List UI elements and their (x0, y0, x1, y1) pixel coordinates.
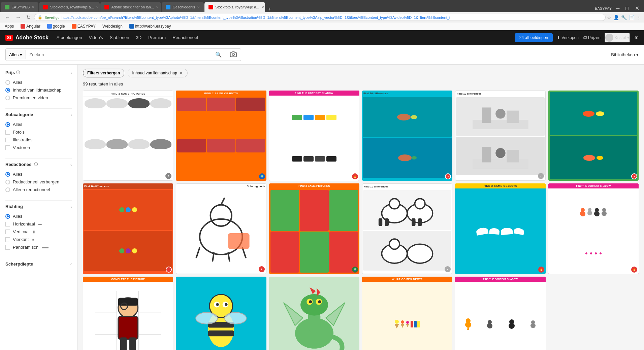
sidebar-sub-fotos[interactable]: Foto's (5, 128, 72, 136)
grid-item-13-container: COMPLETE THE PICTURE (83, 277, 173, 350)
search-input[interactable] (26, 50, 211, 59)
tab-close-history[interactable]: ✕ (197, 5, 200, 9)
sidebar-section-richting-header[interactable]: Richting ‹ (5, 204, 72, 209)
nav-afbeeldingen[interactable]: Afbeeldingen (57, 30, 82, 45)
grid-item-1-title: FIND 2 SAME PICTURES (83, 91, 173, 97)
prices-button[interactable]: 🏷 Prijzen (583, 35, 601, 40)
tab-adobe1[interactable]: Stockfoto's, royaltyvrije a... ✕ (39, 2, 100, 12)
sidebar-prijs-alles[interactable]: Alles (5, 78, 72, 86)
sidebar-section-subcategorie-header[interactable]: Subcategorie ‹ (5, 112, 72, 117)
maximize-button[interactable]: □ (623, 5, 631, 12)
forward-button[interactable]: → (13, 14, 23, 21)
grid-item-14[interactable] (176, 277, 266, 350)
grid-item-10[interactable]: Find 10 differences (362, 183, 452, 274)
grid-item-15[interactable] (269, 277, 359, 350)
back-button[interactable]: ← (3, 14, 12, 21)
tab-easyweb[interactable]: EASYWEB ✕ (1, 2, 38, 12)
bookmark-webdesign[interactable]: Webdesign (100, 23, 125, 29)
reload-button[interactable]: ↻ (24, 13, 33, 21)
visual-search-button[interactable] (226, 49, 241, 61)
bookmark-apps[interactable]: Apps (3, 23, 16, 29)
eye-icon-button[interactable]: 👁 (634, 35, 639, 40)
richting-collapse-icon[interactable]: ‹ (70, 204, 72, 209)
minimize-button[interactable]: ─ (614, 5, 621, 12)
sidebar-sub-illustraties[interactable]: Illustraties (5, 136, 72, 144)
tab-adobe-filter[interactable]: Adobe stock filter on lan... ✕ (100, 2, 161, 12)
libraries-button[interactable]: Bibliotheken ▾ (611, 52, 639, 57)
dragon-svg (276, 283, 353, 350)
svg-point-47 (225, 303, 228, 306)
grid-item-6[interactable]: ● (548, 91, 639, 181)
sidebar-prijs-lidmaatschap[interactable]: Inhoud van lidmaatschap (5, 86, 72, 94)
sidebar-section-redactioneel-header[interactable]: Redactioneel ⓘ ‹ (5, 162, 72, 167)
menu-button[interactable]: ⋮ (637, 15, 641, 20)
redactioneel-info-icon[interactable]: ⓘ (34, 162, 38, 167)
tab-close-easyweb[interactable]: ✕ (32, 5, 34, 9)
sidebar-prijs-premium[interactable]: Premium en video (5, 94, 72, 102)
grid-item-16[interactable]: WHAT COMES NEXT? (362, 277, 452, 350)
sidebar-red-alleen[interactable]: Alleen redactioneel (5, 186, 72, 194)
tab-close-adobe-filter[interactable]: ✕ (156, 5, 159, 9)
grid-item-5[interactable]: Find 10 differences (455, 91, 545, 181)
grid-item-4[interactable]: Find 10 differences (362, 91, 452, 181)
prijs-collapse-icon[interactable]: ‹ (70, 70, 72, 75)
sidebar-richt-alles[interactable]: Alles (5, 212, 72, 220)
scherpdiepte-collapse-icon[interactable]: ‹ (70, 262, 72, 267)
subcategorie-collapse-icon[interactable]: ‹ (70, 112, 72, 117)
sidebar-richt-verticaal[interactable]: Verticaal ▮ (5, 228, 72, 236)
sidebar-red-verbergen[interactable]: Redactioneel verbergen (5, 178, 72, 186)
grid-item-2[interactable]: FIND 2 SAME OBJECTS 🌍 (176, 91, 266, 181)
sidebar-section-prijs-header[interactable]: Prijs ⓘ ‹ (5, 70, 72, 75)
close-window-button[interactable]: ✕ (633, 4, 641, 12)
tab-adobe2[interactable]: Stockfoto's, royaltyvrije a... ✕ (204, 2, 265, 12)
grid-item-9[interactable]: FIND 2 SAME PICTURES 🌍 (269, 183, 359, 274)
sidebar-richt-panoramisch[interactable]: Panoramisch ▬▬ (5, 243, 72, 251)
nav-premium[interactable]: Premium (148, 30, 166, 45)
grid-item-8[interactable]: Coloring book (176, 183, 266, 274)
nav-sjablonen[interactable]: Sjablonen (110, 30, 129, 45)
bookmark-star-button[interactable]: ☆ (607, 15, 611, 20)
filter-tag-close-icon[interactable]: ✕ (179, 70, 183, 76)
bookmark-angular[interactable]: Angular (19, 23, 42, 29)
sidebar-section-scherpdiepte-header[interactable]: Scherpdiepte ‹ (5, 261, 72, 267)
extension1-button[interactable]: 🔧 (621, 15, 627, 20)
sidebar-sub-alles[interactable]: Alles (5, 120, 72, 128)
grid-item-11[interactable]: FIND 2 SAME OBJECTS 🔥 (455, 183, 545, 274)
sidebar-sub-vectoren[interactable]: Vectoren (5, 144, 72, 151)
address-bar[interactable]: 🔒 Beveiligd https://stock.adobe.com/be_n… (34, 14, 606, 21)
grid-item-3-container: FIND THE CORRECT SHADOW (269, 91, 359, 181)
search-category-dropdown[interactable]: Alles ▾ (6, 50, 26, 59)
nav-3d[interactable]: 3D (136, 30, 142, 45)
bookmark-web4[interactable]: http://web4.easypay (127, 23, 173, 29)
grid-item-13[interactable]: COMPLETE THE PICTURE (83, 277, 173, 350)
count-button[interactable]: 24 afbeeldingen (515, 33, 553, 42)
redactioneel-collapse-icon[interactable]: ‹ (70, 162, 72, 167)
new-tab-button[interactable]: + (265, 6, 273, 12)
bookmark-google[interactable]: google (45, 23, 67, 29)
user-menu-button[interactable]: Kristol ▾ (605, 33, 630, 42)
tab-close-adobe2[interactable]: ✕ (261, 5, 264, 9)
active-filter-tag[interactable]: Inhoud van lidmaatschap ✕ (128, 69, 187, 77)
adobe-stock-logo[interactable]: St Adobe Stock (5, 35, 49, 41)
bookmark-easypay[interactable]: EASYPAY (70, 23, 98, 29)
prijs-info-icon[interactable]: ⓘ (16, 70, 20, 75)
tab-history[interactable]: Geschiedenis ✕ (162, 2, 204, 12)
grid-item-12[interactable]: FIND THE CORRECT SHADOW (548, 183, 639, 274)
grid-item-1[interactable]: FIND 2 SAME PICTURES (83, 91, 173, 181)
profile-button[interactable]: 👤 (613, 15, 619, 20)
search-submit-button[interactable]: 🔍 (211, 49, 226, 60)
filters-toggle-button[interactable]: Filters verbergen (83, 69, 124, 77)
nav-redactioneel[interactable]: Redactioneel (172, 30, 198, 45)
sidebar-red-alles[interactable]: Alles (5, 170, 72, 178)
sidebar-divider-2 (5, 158, 72, 159)
sidebar-richt-horizontaal[interactable]: Horizontaal ▬ (5, 220, 72, 228)
tab-close-adobe1[interactable]: ✕ (96, 5, 99, 9)
grid-item-7[interactable]: Find 10 differences (83, 183, 173, 274)
tab-label-history: Geschiedenis (172, 5, 195, 9)
sidebar-richt-vierkant[interactable]: Vierkant ■ (5, 236, 72, 243)
sell-button[interactable]: ⬆ Verkopen (557, 35, 579, 40)
nav-videos[interactable]: Video's (89, 30, 103, 45)
grid-item-3[interactable]: FIND THE CORRECT SHADOW (269, 91, 359, 181)
grid-item-17[interactable]: FIND THE CORRECT SHADOW (455, 277, 545, 350)
extension2-button[interactable]: 📄 (629, 15, 635, 20)
